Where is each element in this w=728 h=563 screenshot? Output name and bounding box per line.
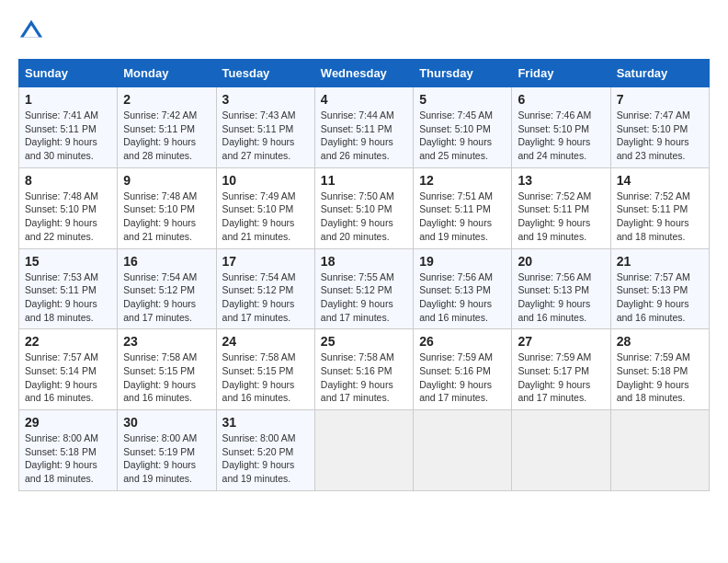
day-info: Sunrise: 7:42 AMSunset: 5:11 PMDaylight:…: [123, 109, 210, 163]
day-number: 23: [123, 334, 210, 349]
day-number: 29: [25, 415, 111, 430]
day-number: 11: [321, 173, 407, 188]
calendar-day-cell: 3 Sunrise: 7:43 AMSunset: 5:11 PMDayligh…: [216, 87, 314, 168]
day-number: 28: [617, 334, 703, 349]
day-number: 27: [518, 334, 604, 349]
calendar-day-cell: 6 Sunrise: 7:46 AMSunset: 5:10 PMDayligh…: [512, 87, 610, 168]
calendar-day-cell: 4 Sunrise: 7:44 AMSunset: 5:11 PMDayligh…: [314, 87, 413, 168]
day-number: 5: [419, 92, 506, 107]
calendar-day-cell: [414, 410, 512, 491]
day-number: 16: [123, 254, 210, 269]
calendar-day-cell: 1 Sunrise: 7:41 AMSunset: 5:11 PMDayligh…: [19, 87, 118, 168]
calendar-day-cell: 24 Sunrise: 7:58 AMSunset: 5:15 PMDaylig…: [216, 329, 314, 410]
day-info: Sunrise: 7:49 AMSunset: 5:10 PMDaylight:…: [222, 190, 309, 244]
calendar-day-cell: 20 Sunrise: 7:56 AMSunset: 5:13 PMDaylig…: [512, 248, 610, 329]
calendar-day-cell: 30 Sunrise: 8:00 AMSunset: 5:19 PMDaylig…: [118, 410, 216, 491]
day-number: 10: [222, 173, 309, 188]
day-info: Sunrise: 7:54 AMSunset: 5:12 PMDaylight:…: [222, 270, 309, 325]
day-info: Sunrise: 7:52 AMSunset: 5:11 PMDaylight:…: [617, 190, 703, 244]
day-number: 9: [123, 173, 210, 188]
calendar-table: SundayMondayTuesdayWednesdayThursdayFrid…: [18, 59, 710, 491]
day-info: Sunrise: 7:44 AMSunset: 5:11 PMDaylight:…: [321, 109, 407, 163]
calendar-week-row: 8 Sunrise: 7:48 AMSunset: 5:10 PMDayligh…: [19, 167, 710, 248]
calendar-day-cell: 29 Sunrise: 8:00 AMSunset: 5:18 PMDaylig…: [19, 410, 118, 491]
day-number: 14: [617, 173, 703, 188]
calendar-day-cell: 12 Sunrise: 7:51 AMSunset: 5:11 PMDaylig…: [414, 167, 512, 248]
day-info: Sunrise: 7:41 AMSunset: 5:11 PMDaylight:…: [25, 109, 111, 163]
day-of-week-header: Wednesday: [314, 60, 413, 87]
calendar-week-row: 1 Sunrise: 7:41 AMSunset: 5:11 PMDayligh…: [19, 87, 710, 168]
day-number: 30: [123, 415, 210, 430]
day-info: Sunrise: 8:00 AMSunset: 5:18 PMDaylight:…: [25, 431, 111, 486]
day-info: Sunrise: 7:50 AMSunset: 5:10 PMDaylight:…: [321, 190, 407, 244]
day-info: Sunrise: 7:59 AMSunset: 5:17 PMDaylight:…: [518, 350, 604, 405]
calendar-day-cell: 21 Sunrise: 7:57 AMSunset: 5:13 PMDaylig…: [610, 248, 709, 329]
calendar-day-cell: 16 Sunrise: 7:54 AMSunset: 5:12 PMDaylig…: [118, 248, 216, 329]
calendar-day-cell: 31 Sunrise: 8:00 AMSunset: 5:20 PMDaylig…: [216, 410, 314, 491]
day-info: Sunrise: 7:58 AMSunset: 5:15 PMDaylight:…: [123, 350, 210, 405]
calendar-day-cell: 5 Sunrise: 7:45 AMSunset: 5:10 PMDayligh…: [414, 87, 512, 168]
calendar-day-cell: 22 Sunrise: 7:57 AMSunset: 5:14 PMDaylig…: [19, 329, 118, 410]
day-info: Sunrise: 7:54 AMSunset: 5:12 PMDaylight:…: [123, 270, 210, 325]
day-number: 2: [123, 92, 210, 107]
day-info: Sunrise: 7:57 AMSunset: 5:14 PMDaylight:…: [25, 350, 111, 405]
day-of-week-header: Tuesday: [216, 60, 314, 87]
calendar-day-cell: 8 Sunrise: 7:48 AMSunset: 5:10 PMDayligh…: [19, 167, 118, 248]
day-info: Sunrise: 7:58 AMSunset: 5:16 PMDaylight:…: [321, 350, 407, 405]
day-info: Sunrise: 7:46 AMSunset: 5:10 PMDaylight:…: [518, 109, 604, 163]
day-number: 22: [25, 334, 111, 349]
day-info: Sunrise: 7:56 AMSunset: 5:13 PMDaylight:…: [518, 270, 604, 325]
calendar-week-row: 22 Sunrise: 7:57 AMSunset: 5:14 PMDaylig…: [19, 329, 710, 410]
day-info: Sunrise: 7:57 AMSunset: 5:13 PMDaylight:…: [617, 270, 703, 325]
calendar-day-cell: 27 Sunrise: 7:59 AMSunset: 5:17 PMDaylig…: [512, 329, 610, 410]
calendar-week-row: 15 Sunrise: 7:53 AMSunset: 5:11 PMDaylig…: [19, 248, 710, 329]
day-number: 7: [617, 92, 703, 107]
calendar-day-cell: 11 Sunrise: 7:50 AMSunset: 5:10 PMDaylig…: [314, 167, 413, 248]
day-number: 18: [321, 254, 407, 269]
day-info: Sunrise: 7:43 AMSunset: 5:11 PMDaylight:…: [222, 109, 309, 163]
calendar-day-cell: [610, 410, 709, 491]
day-number: 31: [222, 415, 309, 430]
days-header-row: SundayMondayTuesdayWednesdayThursdayFrid…: [19, 60, 710, 87]
day-number: 6: [518, 92, 604, 107]
day-number: 17: [222, 254, 309, 269]
day-number: 8: [25, 173, 111, 188]
day-info: Sunrise: 7:51 AMSunset: 5:11 PMDaylight:…: [419, 190, 506, 244]
day-number: 15: [25, 254, 111, 269]
calendar-week-row: 29 Sunrise: 8:00 AMSunset: 5:18 PMDaylig…: [19, 410, 710, 491]
day-info: Sunrise: 7:55 AMSunset: 5:12 PMDaylight:…: [321, 270, 407, 325]
day-number: 20: [518, 254, 604, 269]
day-number: 21: [617, 254, 703, 269]
logo: [18, 18, 48, 44]
day-info: Sunrise: 7:59 AMSunset: 5:16 PMDaylight:…: [419, 350, 506, 405]
day-info: Sunrise: 7:58 AMSunset: 5:15 PMDaylight:…: [222, 350, 309, 405]
day-info: Sunrise: 7:48 AMSunset: 5:10 PMDaylight:…: [123, 190, 210, 244]
calendar-day-cell: 13 Sunrise: 7:52 AMSunset: 5:11 PMDaylig…: [512, 167, 610, 248]
day-of-week-header: Sunday: [19, 60, 118, 87]
day-info: Sunrise: 8:00 AMSunset: 5:19 PMDaylight:…: [123, 431, 210, 486]
calendar-day-cell: 28 Sunrise: 7:59 AMSunset: 5:18 PMDaylig…: [610, 329, 709, 410]
calendar-day-cell: 26 Sunrise: 7:59 AMSunset: 5:16 PMDaylig…: [414, 329, 512, 410]
day-number: 26: [419, 334, 506, 349]
calendar-day-cell: 7 Sunrise: 7:47 AMSunset: 5:10 PMDayligh…: [610, 87, 709, 168]
calendar-day-cell: 19 Sunrise: 7:56 AMSunset: 5:13 PMDaylig…: [414, 248, 512, 329]
header: [18, 18, 710, 44]
day-of-week-header: Thursday: [414, 60, 512, 87]
calendar-day-cell: 18 Sunrise: 7:55 AMSunset: 5:12 PMDaylig…: [314, 248, 413, 329]
day-info: Sunrise: 7:59 AMSunset: 5:18 PMDaylight:…: [617, 350, 703, 405]
day-number: 3: [222, 92, 309, 107]
day-number: 12: [419, 173, 506, 188]
calendar-day-cell: 14 Sunrise: 7:52 AMSunset: 5:11 PMDaylig…: [610, 167, 709, 248]
day-info: Sunrise: 7:53 AMSunset: 5:11 PMDaylight:…: [25, 270, 111, 325]
day-info: Sunrise: 7:45 AMSunset: 5:10 PMDaylight:…: [419, 109, 506, 163]
day-info: Sunrise: 7:56 AMSunset: 5:13 PMDaylight:…: [419, 270, 506, 325]
calendar-day-cell: 17 Sunrise: 7:54 AMSunset: 5:12 PMDaylig…: [216, 248, 314, 329]
day-number: 4: [321, 92, 407, 107]
calendar-day-cell: 10 Sunrise: 7:49 AMSunset: 5:10 PMDaylig…: [216, 167, 314, 248]
day-info: Sunrise: 7:52 AMSunset: 5:11 PMDaylight:…: [518, 190, 604, 244]
day-of-week-header: Friday: [512, 60, 610, 87]
day-info: Sunrise: 7:48 AMSunset: 5:10 PMDaylight:…: [25, 190, 111, 244]
calendar-day-cell: 2 Sunrise: 7:42 AMSunset: 5:11 PMDayligh…: [118, 87, 216, 168]
day-info: Sunrise: 7:47 AMSunset: 5:10 PMDaylight:…: [617, 109, 703, 163]
calendar-day-cell: 15 Sunrise: 7:53 AMSunset: 5:11 PMDaylig…: [19, 248, 118, 329]
